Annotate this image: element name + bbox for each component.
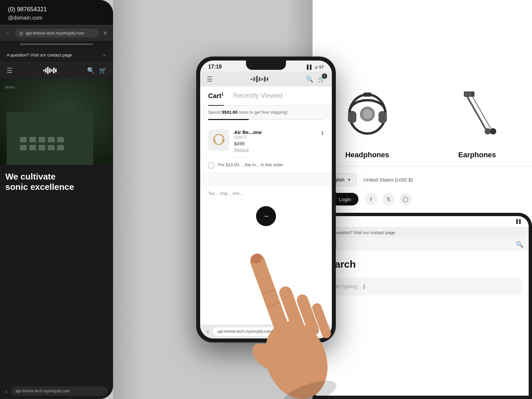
wave-bar-1	[43, 69, 45, 71]
bottom-back-icon[interactable]: ‹	[5, 387, 8, 395]
globe-icon: ◎	[19, 31, 23, 36]
rb-search-content: Search Start typing ...|	[316, 251, 529, 396]
product-cell-earphones[interactable]: Earphones	[422, 0, 532, 166]
svg-rect-1	[213, 139, 215, 143]
center-search-icon[interactable]: 🔍	[306, 75, 313, 83]
region-text: United States (USD $)	[363, 177, 413, 183]
wave-c7	[267, 77, 268, 81]
remove-link[interactable]: Remove	[234, 148, 317, 152]
cart-item-name: Air Be...one	[234, 129, 317, 135]
center-nav-icons: 🔍 🛒 1	[306, 75, 325, 83]
search-input-area[interactable]: Start typing ...|	[323, 278, 522, 295]
insurance-checkbox[interactable]	[208, 163, 214, 169]
window	[39, 137, 45, 142]
contact-banner-text: A question? Visit our contact page	[7, 53, 72, 58]
hamburger-menu-icon[interactable]: ☰	[207, 75, 213, 83]
building-shape	[7, 112, 93, 165]
window	[20, 145, 27, 150]
wave-bar-7	[55, 68, 57, 72]
earphones-label: Earphones	[458, 151, 496, 159]
svg-line-20	[472, 95, 493, 133]
instagram-icon[interactable]: ◯	[400, 193, 412, 205]
checkout-arrow-icon: →	[262, 212, 270, 220]
svg-rect-22	[465, 92, 467, 96]
cart-item-variant: Gold T...	[234, 135, 317, 140]
bottom-nav-back-icon[interactable]: ‹	[207, 328, 209, 335]
center-nav: ☰ 🔍 🛒 1	[200, 72, 332, 86]
cart-tab-active[interactable]: Cart1	[208, 86, 224, 106]
left-browser-bar: ← ◎ apt-theme-tech.myshopify.com ✕	[0, 25, 113, 41]
browser-close-icon[interactable]: ✕	[103, 30, 108, 37]
hamburger-icon[interactable]: ☰	[7, 66, 13, 74]
browser-back-icon[interactable]: ←	[5, 30, 11, 37]
rb-search-nav-icon[interactable]: 🔍	[516, 241, 523, 248]
cart-item: Air Be...one Gold T... $499 Remove 1	[200, 124, 332, 158]
svg-point-18	[362, 109, 372, 119]
center-logo	[251, 76, 268, 82]
logo-waveform	[43, 67, 57, 74]
progress-bar-wrap	[208, 119, 324, 120]
window	[29, 145, 36, 150]
window	[48, 145, 55, 150]
window	[48, 137, 55, 142]
svg-rect-15	[378, 111, 387, 123]
insurance-text: For $10.00, ...the m... in this order.	[218, 162, 284, 168]
wave-bar-5	[51, 69, 53, 72]
svg-rect-23	[468, 92, 470, 96]
bottom-url[interactable]: apt-theme-tech.myshopify.com	[11, 386, 108, 396]
center-phone-inner: 17:19 ▌▌ ⊿ 97 ☰ 🔍 🛒 1	[200, 61, 332, 338]
cart-total-row: Tax... ship... che...	[200, 186, 332, 201]
progress-bar-fill	[208, 119, 249, 120]
search-icon[interactable]: 🔍	[87, 67, 94, 74]
twitter-x-icon[interactable]: 𝕏	[382, 193, 394, 205]
right-top-panel: Headphones Earphones	[313, 0, 532, 166]
search-cursor: |	[363, 283, 365, 290]
window	[57, 137, 64, 142]
contact-banner[interactable]: A question? Visit our contact page →	[0, 48, 113, 63]
cart-icon[interactable]: 🛒	[99, 67, 106, 74]
chevron-down-icon: ▼	[347, 178, 351, 182]
wave-c2	[253, 77, 255, 81]
window	[29, 137, 36, 142]
rb-status-icons: ▌▌	[516, 219, 522, 224]
cart-icon-wrap[interactable]: 🛒 1	[318, 75, 325, 83]
svg-rect-2	[222, 139, 224, 143]
rb-nav-bar: ← A question? Visit our contact page	[316, 227, 529, 238]
wave-c5	[261, 78, 263, 80]
wave-c6	[264, 76, 266, 82]
social-icons: f 𝕏 ◯	[365, 193, 412, 205]
svg-line-19	[466, 95, 488, 133]
wave-bar-3	[47, 67, 49, 74]
rb-logo-bar: 🔍	[316, 238, 529, 251]
recently-viewed-tab[interactable]: Recently Viewed	[233, 86, 283, 106]
wave-c4	[259, 77, 260, 81]
wave-bar-6	[53, 67, 55, 73]
nav-icons: 🔍 🛒	[87, 67, 106, 74]
hero-image: story	[0, 78, 113, 165]
status-icons: ▌▌ ⊿ 97	[307, 65, 324, 69]
cart-item-price: $499	[234, 141, 317, 146]
product-image-svg	[210, 132, 227, 148]
wave-c3	[256, 76, 258, 82]
earphones-product-svg	[451, 84, 504, 144]
left-phone-top: (0) 987654321 @domain.com	[0, 0, 113, 25]
headphones-label: Headphones	[345, 151, 389, 159]
facebook-icon[interactable]: f	[365, 193, 377, 205]
cart-item-details: Air Be...one Gold T... $499 Remove	[234, 129, 317, 152]
login-social-row: 👤 Login f 𝕏 ◯	[323, 193, 522, 205]
wave-c1	[251, 78, 252, 80]
hero-label: story	[5, 85, 15, 89]
status-time: 17:19	[208, 64, 222, 70]
cart-tabs: Cart1 Recently Viewed	[200, 86, 332, 106]
bottom-nav-url[interactable]: apt-theme-tech.myshopify.com	[213, 327, 325, 336]
checkout-button[interactable]: →	[256, 206, 276, 226]
left-browser-url[interactable]: ◎ apt-theme-tech.myshopify.com	[15, 29, 99, 38]
contact-arrow-icon: →	[102, 52, 106, 58]
window	[57, 145, 64, 150]
left-bottom-bar: ‹ apt-theme-tech.myshopify.com	[0, 383, 113, 399]
tagline-line2: sonic excellence	[5, 182, 74, 192]
product-grid: Headphones Earphones	[313, 0, 532, 166]
search-heading: Search	[323, 259, 522, 270]
center-phone: 17:19 ▌▌ ⊿ 97 ☰ 🔍 🛒 1	[196, 57, 336, 342]
cart-spacer	[200, 173, 332, 186]
